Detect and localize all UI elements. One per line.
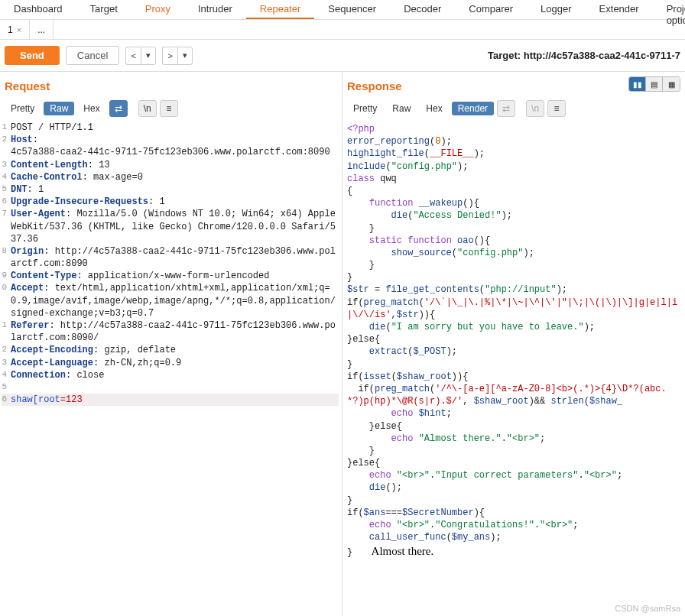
tab-repeater[interactable]: Repeater <box>246 0 314 19</box>
request-view-pretty[interactable]: Pretty <box>5 102 41 115</box>
tab-intruder[interactable]: Intruder <box>184 0 246 19</box>
response-view-raw[interactable]: Raw <box>386 102 417 115</box>
watermark: CSDN @samRsa <box>615 604 680 613</box>
send-button[interactable]: Send <box>5 46 60 65</box>
action-row: Send Cancel < ▾ > ▾ Target: http://4c57a… <box>0 40 685 72</box>
close-icon[interactable]: × <box>17 25 21 34</box>
tab-project-options[interactable]: Project optio <box>653 0 685 19</box>
tab-decoder[interactable]: Decoder <box>390 0 455 19</box>
newline-icon[interactable]: \n <box>138 100 157 117</box>
split-panes: Request Pretty Raw Hex ⇄ \n ≡ 1POST / HT… <box>0 72 685 616</box>
layout-rows-icon[interactable]: ▤ <box>646 77 663 91</box>
history-back-button[interactable]: < <box>125 47 141 65</box>
response-newline-icon[interactable]: \n <box>526 100 544 117</box>
request-pane: Request Pretty Raw Hex ⇄ \n ≡ 1POST / HT… <box>0 72 342 616</box>
target-value: http://4c57a388-caa2-441c-9711-7 <box>524 50 680 61</box>
target-prefix: Target: <box>488 50 524 61</box>
layout-toggle: ▮▮ ▤ ▦ <box>628 76 680 92</box>
cancel-button[interactable]: Cancel <box>66 46 119 65</box>
response-actions-icon[interactable]: ⇄ <box>497 100 515 117</box>
repeater-tab-new[interactable]: ... <box>30 20 54 39</box>
request-editor[interactable]: 1POST / HTTP/1.12Host:4c57a388-caa2-441c… <box>0 120 342 616</box>
main-tab-bar: Dashboard Target Proxy Intruder Repeater… <box>0 0 685 20</box>
tab-extender[interactable]: Extender <box>586 0 653 19</box>
actions-icon[interactable]: ⇄ <box>109 100 128 117</box>
history-forward-dropdown[interactable]: ▾ <box>177 47 193 65</box>
repeater-tab-1-label: 1 <box>8 24 13 35</box>
layout-single-icon[interactable]: ▦ <box>663 77 680 91</box>
request-view-hex[interactable]: Hex <box>77 102 106 115</box>
layout-columns-icon[interactable]: ▮▮ <box>629 77 646 91</box>
request-title: Request <box>0 72 342 100</box>
response-hamburger-icon[interactable]: ≡ <box>547 100 566 117</box>
tab-sequencer[interactable]: Sequencer <box>314 0 390 19</box>
history-back-group: < ▾ <box>125 47 156 65</box>
history-back-dropdown[interactable]: ▾ <box>141 47 156 65</box>
target-label: Target: http://4c57a388-caa2-441c-9711-7 <box>488 50 680 61</box>
request-view-raw[interactable]: Raw <box>44 102 74 115</box>
tab-logger[interactable]: Logger <box>527 0 585 19</box>
hamburger-icon[interactable]: ≡ <box>160 100 178 117</box>
response-title: Response <box>342 72 408 100</box>
request-view-row: Pretty Raw Hex ⇄ \n ≡ <box>0 100 342 120</box>
tab-target[interactable]: Target <box>76 0 131 19</box>
response-view-row: Pretty Raw Hex Render ⇄ \n ≡ <box>342 100 685 120</box>
tab-proxy[interactable]: Proxy <box>131 0 184 19</box>
response-view-hex[interactable]: Hex <box>420 102 448 115</box>
response-pane: Response ▮▮ ▤ ▦ Pretty Raw Hex Render ⇄ … <box>342 72 685 616</box>
history-forward-button[interactable]: > <box>162 47 177 65</box>
history-forward-group: > ▾ <box>162 47 193 65</box>
tab-comparer[interactable]: Comparer <box>455 0 527 19</box>
repeater-tab-bar: 1 × ... <box>0 20 685 40</box>
repeater-tab-1[interactable]: 1 × <box>0 20 30 39</box>
repeater-tab-new-label: ... <box>37 24 45 35</box>
response-view-pretty[interactable]: Pretty <box>347 102 383 115</box>
response-editor[interactable]: <?phperror_reporting(0);highlight_file(_… <box>342 120 685 616</box>
response-view-render[interactable]: Render <box>452 102 494 115</box>
tab-dashboard[interactable]: Dashboard <box>0 0 76 19</box>
